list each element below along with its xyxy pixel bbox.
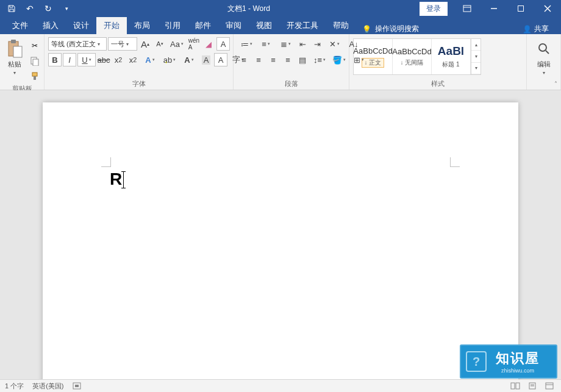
align-center-button[interactable]: ≡ [252,53,265,66]
style-gallery-scroll: ▴ ▾ ▾ [471,39,481,74]
tab-layout[interactable]: 布局 [127,17,157,34]
view-print-button[interactable] [526,380,539,391]
tab-help[interactable]: 帮助 [326,17,356,34]
character-border-button[interactable]: A [214,53,227,66]
tab-file[interactable]: 文件 [5,17,35,34]
collapse-ribbon-button[interactable]: ˄ [554,80,557,87]
increase-indent-button[interactable]: ⇥ [310,37,324,51]
align-right-button[interactable]: ≡ [266,53,280,66]
svg-rect-7 [11,40,16,43]
watermark-icon: ? [466,351,487,372]
subscript-button[interactable]: x2 [112,53,125,66]
language-status[interactable]: 英语(美国) [32,382,63,391]
word-count[interactable]: 1 个字 [5,382,24,391]
italic-button[interactable]: I [63,53,76,66]
tab-view[interactable]: 视图 [249,17,279,34]
ribbon-display-button[interactable] [454,0,481,17]
gallery-up-button[interactable]: ▴ [471,39,481,51]
asian-layout-button[interactable]: 字▾ [229,53,247,66]
paragraph-group-label: 段落 [236,78,346,90]
line-spacing-button[interactable]: ↕≡▾ [310,53,329,66]
distributed-button[interactable]: ▤ [296,53,309,66]
tab-insert[interactable]: 插入 [35,17,66,34]
style-item-heading1[interactable]: AaBl 标题 1 [432,39,471,74]
tab-developer[interactable]: 开发工具 [279,17,326,34]
view-read-button[interactable] [509,380,522,391]
paste-button[interactable]: 粘贴 ▾ [2,38,27,77]
copy-button[interactable] [28,54,41,68]
cut-button[interactable]: ✂ [28,39,41,52]
numbering-button[interactable]: ≡▾ [257,37,275,51]
font-color-button[interactable]: A▾ [180,53,198,66]
style-preview: AaBl [438,45,464,58]
document-area[interactable]: R [0,90,561,379]
highlight-button[interactable]: ab▾ [160,53,179,66]
maximize-button[interactable] [507,0,534,17]
superscript-button[interactable]: x2 [126,53,140,66]
tell-me-search[interactable]: 💡 操作说明搜索 [356,24,425,34]
paint-bucket-icon: 🪣 [332,55,342,65]
clear-formatting-button[interactable]: ◢ [202,37,215,51]
page[interactable]: R [43,102,518,379]
shading-button[interactable]: 🪣▾ [330,53,348,66]
login-button[interactable]: 登录 [420,2,448,16]
tell-me-label: 操作说明搜索 [375,24,419,34]
editing-label: 编辑 [537,60,551,69]
undo-button[interactable]: ↶ [22,1,38,16]
style-name: ↓ 无间隔 [401,59,424,67]
strikethrough-button[interactable]: abc [97,53,110,66]
text-effects-button[interactable]: A▾ [141,53,159,66]
document-content[interactable]: R [110,169,124,189]
tab-review[interactable]: 审阅 [218,17,249,34]
find-button[interactable]: 编辑 ▾ [532,38,556,77]
redo-button[interactable]: ↻ [40,1,56,16]
justify-button[interactable]: ≡ [281,53,295,66]
borders-button[interactable]: ⊞▾ [349,53,368,66]
grow-font-button[interactable]: A▴ [138,37,152,51]
cut-icon: ✂ [32,41,38,50]
format-painter-button[interactable] [28,69,41,83]
svg-rect-0 [463,5,471,12]
gallery-down-button[interactable]: ▾ [471,51,481,62]
underline-button[interactable]: U▾ [77,53,96,66]
change-case-button[interactable]: Aa▾ [168,37,186,51]
borders-icon: ⊞ [354,55,360,65]
close-button[interactable] [534,0,561,17]
decrease-indent-button[interactable]: ⇤ [296,37,309,51]
minimize-button[interactable] [481,0,507,17]
tab-home[interactable]: 开始 [96,17,127,34]
font-family-value: 等线 (西文正文 [51,40,96,49]
ribbon-tabs: 文件 插入 设计 开始 布局 引用 邮件 审阅 视图 开发工具 帮助 💡 操作说… [0,17,561,34]
numbering-icon: ≡ [262,40,266,49]
tab-mailings[interactable]: 邮件 [188,17,218,34]
ribbon: 粘贴 ▾ ✂ 剪贴板 等线 (西文正文▾ 一号▾ A▴ A▾ Aa▾ wénA … [0,34,561,90]
tab-design[interactable]: 设计 [66,17,96,34]
svg-point-13 [539,44,546,51]
font-size-combo[interactable]: 一号▾ [108,37,137,51]
margin-mark-tr [450,157,460,167]
font-size-value: 一号 [111,40,124,49]
asian-text-button[interactable]: ✕▾ [325,37,343,51]
shrink-font-button[interactable]: A▾ [153,37,166,51]
bullets-button[interactable]: ≔▾ [237,37,255,51]
share-button[interactable]: 👤 共享 [515,24,556,34]
save-button[interactable] [4,1,20,16]
qat-dropdown[interactable]: ▾ [59,1,74,16]
style-item-nospacing[interactable]: AaBbCcDd ↓ 无间隔 [393,39,432,74]
bold-button[interactable]: B [48,53,62,66]
gallery-more-button[interactable]: ▾ [471,63,481,74]
brush-icon [30,71,40,81]
statusbar: 1 个字 英语(美国) [0,379,561,392]
font-family-combo[interactable]: 等线 (西文正文▾ [48,37,107,51]
window-controls: 登录 [420,0,561,17]
macro-status[interactable] [73,382,81,390]
phonetic-guide-button[interactable]: wénA [187,37,201,51]
view-web-button[interactable] [543,380,556,391]
titlebar: ↶ ↻ ▾ 文档1 - Word 登录 [0,0,561,17]
multilevel-list-button[interactable]: ≣▾ [276,37,295,51]
character-shading-button[interactable]: A [199,53,213,66]
sort-button[interactable]: A↓ [345,37,363,51]
paste-icon [5,39,24,59]
enclose-characters-button[interactable]: A [216,37,230,51]
tab-references[interactable]: 引用 [157,17,188,34]
